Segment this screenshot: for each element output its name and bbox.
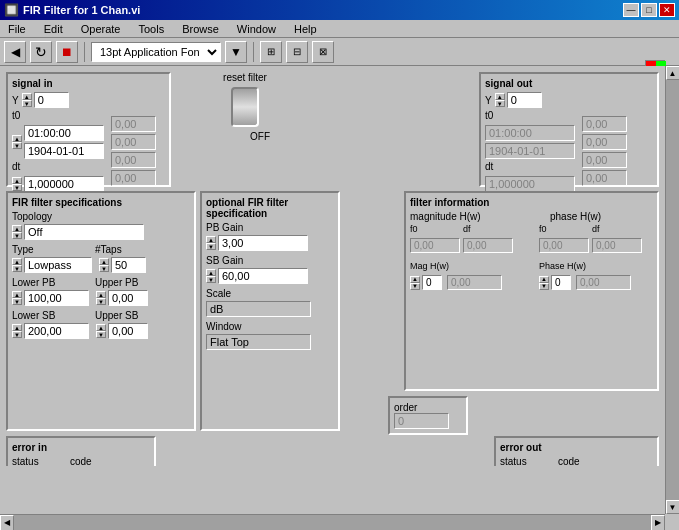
topo-down[interactable]: ▼ bbox=[12, 232, 22, 239]
topology-spinner[interactable]: ▲ ▼ bbox=[12, 225, 22, 239]
pbg-down[interactable]: ▼ bbox=[206, 243, 216, 250]
upb-down[interactable]: ▼ bbox=[96, 298, 106, 305]
toolbar-separator-2 bbox=[253, 42, 254, 62]
sb-gain-spinner[interactable]: ▲ ▼ bbox=[206, 269, 216, 283]
mag-hw-btn-value[interactable]: 0 bbox=[422, 275, 442, 290]
taps-value[interactable]: 50 bbox=[111, 257, 146, 273]
scroll-down-button[interactable]: ▼ bbox=[666, 500, 680, 514]
lower-pb-value[interactable]: 100,00 bbox=[24, 290, 89, 306]
signal-out-t0-label: t0 bbox=[485, 110, 493, 121]
topology-value[interactable]: Off bbox=[24, 224, 144, 240]
dt-up[interactable]: ▲ bbox=[12, 177, 22, 184]
t0-down[interactable]: ▼ bbox=[12, 142, 22, 149]
mag-spinner[interactable]: ▲ ▼ bbox=[410, 276, 420, 290]
upper-sb-spinner[interactable]: ▲ ▼ bbox=[96, 324, 106, 338]
upper-sb-value[interactable]: 0,00 bbox=[108, 323, 148, 339]
so-spin-down[interactable]: ▼ bbox=[495, 100, 505, 107]
menu-tools[interactable]: Tools bbox=[134, 23, 168, 35]
pb-gain-spinner[interactable]: ▲ ▼ bbox=[206, 236, 216, 250]
so-spin-up[interactable]: ▲ bbox=[495, 93, 505, 100]
toolbar-refresh-button[interactable]: ↻ bbox=[30, 41, 52, 63]
upper-pb-value[interactable]: 0,00 bbox=[108, 290, 148, 306]
menu-window[interactable]: Window bbox=[233, 23, 280, 35]
pb-gain-label-row: PB Gain bbox=[206, 222, 334, 233]
signal-in-dt-value[interactable]: 1,000000 bbox=[24, 176, 104, 192]
dt-down[interactable]: ▼ bbox=[12, 184, 22, 191]
signal-in-y-value[interactable]: 0 bbox=[34, 92, 69, 108]
lpb-down[interactable]: ▼ bbox=[12, 298, 22, 305]
signal-out-t0-time: 01:00:00 bbox=[485, 125, 575, 141]
scroll-left-button[interactable]: ◀ bbox=[0, 515, 14, 531]
signal-in-t0-time-field: ▲ ▼ 01:00:00 1904-01-01 bbox=[12, 125, 104, 159]
upb-up[interactable]: ▲ bbox=[96, 291, 106, 298]
taps-spinner[interactable]: ▲ ▼ bbox=[99, 258, 109, 272]
mag-hw-btn-label: Mag H(w) bbox=[410, 261, 449, 271]
type-up[interactable]: ▲ bbox=[12, 258, 22, 265]
type-down[interactable]: ▼ bbox=[12, 265, 22, 272]
pb-gain-value[interactable]: 3,00 bbox=[218, 235, 308, 251]
taps-label: #Taps bbox=[95, 244, 122, 255]
scale-dropdown[interactable]: dB bbox=[206, 301, 311, 317]
minimize-button[interactable]: — bbox=[623, 3, 639, 17]
type-value[interactable]: Lowpass bbox=[24, 257, 92, 273]
spin-down[interactable]: ▼ bbox=[22, 100, 32, 107]
phase-spinner[interactable]: ▲ ▼ bbox=[539, 276, 549, 290]
usb-up[interactable]: ▲ bbox=[96, 324, 106, 331]
sbg-up[interactable]: ▲ bbox=[206, 269, 216, 276]
lower-pb-spinner[interactable]: ▲ ▼ bbox=[12, 291, 22, 305]
menu-edit[interactable]: Edit bbox=[40, 23, 67, 35]
usb-down[interactable]: ▼ bbox=[96, 331, 106, 338]
menu-browse[interactable]: Browse bbox=[178, 23, 223, 35]
menu-operate[interactable]: Operate bbox=[77, 23, 125, 35]
phase-hw-btn-value[interactable]: 0 bbox=[551, 275, 571, 290]
toolbar-font-dropdown[interactable]: ▼ bbox=[225, 41, 247, 63]
signal-out-y-value[interactable]: 0 bbox=[507, 92, 542, 108]
mag-up[interactable]: ▲ bbox=[410, 276, 420, 283]
phase-down[interactable]: ▼ bbox=[539, 283, 549, 290]
lpb-up[interactable]: ▲ bbox=[12, 291, 22, 298]
scroll-track[interactable] bbox=[666, 80, 680, 500]
window-dropdown[interactable]: Flat Top bbox=[206, 334, 311, 350]
lsb-down[interactable]: ▼ bbox=[12, 331, 22, 338]
menu-file[interactable]: File bbox=[4, 23, 30, 35]
lower-sb-value[interactable]: 200,00 bbox=[24, 323, 89, 339]
type-spinner[interactable]: ▲ ▼ bbox=[12, 258, 22, 272]
phase-hw-btn-label: Phase H(w) bbox=[539, 261, 586, 271]
sbg-down[interactable]: ▼ bbox=[206, 276, 216, 283]
dt-spinner[interactable]: ▲ ▼ bbox=[12, 177, 22, 191]
sb-gain-value[interactable]: 60,00 bbox=[218, 268, 308, 284]
scroll-right-button[interactable]: ▶ bbox=[651, 515, 665, 531]
taps-down[interactable]: ▼ bbox=[99, 265, 109, 272]
upper-pb-spinner[interactable]: ▲ ▼ bbox=[96, 291, 106, 305]
phase-up[interactable]: ▲ bbox=[539, 276, 549, 283]
signal-in-y-label: Y bbox=[12, 95, 19, 106]
scroll-h-track[interactable] bbox=[14, 515, 651, 531]
toolbar-distribute-button[interactable]: ⊟ bbox=[286, 41, 308, 63]
signal-in-y-spinner[interactable]: ▲ ▼ bbox=[22, 93, 32, 107]
toolbar-stop-button[interactable]: ⏹ bbox=[56, 41, 78, 63]
spin-up[interactable]: ▲ bbox=[22, 93, 32, 100]
window-label: Window bbox=[206, 321, 242, 332]
close-button[interactable]: ✕ bbox=[659, 3, 675, 17]
window-label-row: Window bbox=[206, 321, 334, 332]
toolbar-align-button[interactable]: ⊞ bbox=[260, 41, 282, 63]
maximize-button[interactable]: □ bbox=[641, 3, 657, 17]
lower-sb-spinner[interactable]: ▲ ▼ bbox=[12, 324, 22, 338]
font-selector[interactable]: 13pt Application Font bbox=[91, 42, 221, 62]
signal-in-t0-time[interactable]: 01:00:00 bbox=[24, 125, 104, 141]
mag-down[interactable]: ▼ bbox=[410, 283, 420, 290]
signal-out-y-spinner[interactable]: ▲ ▼ bbox=[495, 93, 505, 107]
t0-spinner[interactable]: ▲ ▼ bbox=[12, 135, 22, 149]
scroll-up-button[interactable]: ▲ bbox=[666, 66, 680, 80]
toolbar-back-button[interactable]: ◀ bbox=[4, 41, 26, 63]
lsb-up[interactable]: ▲ bbox=[12, 324, 22, 331]
order-label: order bbox=[394, 402, 462, 413]
pbg-up[interactable]: ▲ bbox=[206, 236, 216, 243]
reset-filter-toggle[interactable] bbox=[231, 87, 259, 127]
topo-up[interactable]: ▲ bbox=[12, 225, 22, 232]
toolbar-resize-button[interactable]: ⊠ bbox=[312, 41, 334, 63]
menu-help[interactable]: Help bbox=[290, 23, 321, 35]
t0-up[interactable]: ▲ bbox=[12, 135, 22, 142]
signal-in-t0-date[interactable]: 1904-01-01 bbox=[24, 143, 104, 159]
taps-up[interactable]: ▲ bbox=[99, 258, 109, 265]
